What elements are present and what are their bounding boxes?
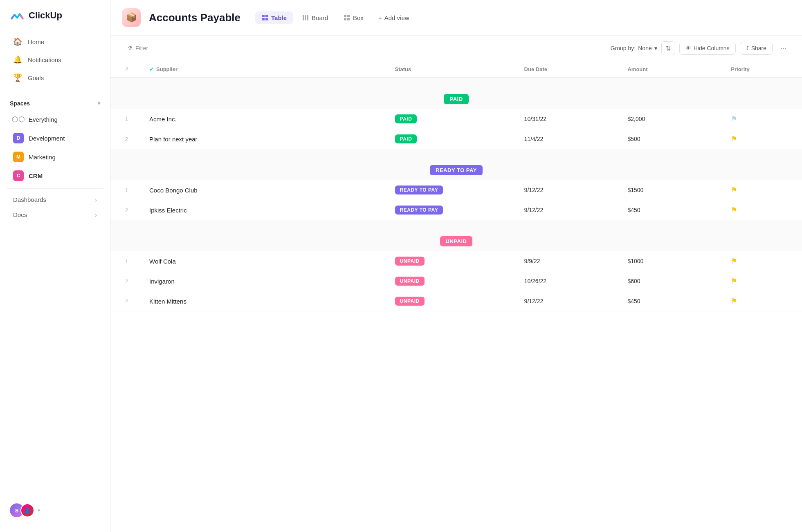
sort-button[interactable]: ⇅: [661, 41, 675, 55]
row-num: 1: [110, 180, 143, 200]
table-row[interactable]: 1 Coco Bongo Club READY TO PAY 9/12/22 $…: [110, 180, 802, 200]
add-view-button[interactable]: + Add view: [373, 11, 415, 24]
goals-icon: 🏆: [13, 73, 22, 82]
main-content: 📦 Accounts Payable Table Board: [110, 0, 802, 532]
svg-rect-10: [347, 18, 350, 20]
supplier-name: Ipkiss Electric: [149, 207, 187, 214]
group-label-paid[interactable]: PAID: [444, 94, 468, 104]
table-header: # ✓ Supplier Status Due Date Amou: [110, 61, 802, 78]
docs-label: Docs: [13, 211, 27, 218]
home-icon: 🏠: [13, 37, 22, 46]
row-due-date: 11/4/22: [518, 129, 621, 149]
row-status: UNPAID: [389, 291, 518, 311]
status-badge[interactable]: READY TO PAY: [395, 186, 443, 194]
spaces-section-header: Spaces ▾: [0, 94, 110, 110]
supplier-name: Kitten Mittens: [149, 298, 186, 305]
row-priority: ⚑: [724, 291, 802, 311]
hide-columns-icon: 👁: [685, 45, 691, 51]
nav-home-label: Home: [28, 38, 44, 45]
col-supplier[interactable]: ✓ Supplier: [143, 61, 389, 78]
filter-label: Filter: [135, 45, 148, 51]
status-badge[interactable]: PAID: [395, 134, 417, 143]
spaces-chevron-icon[interactable]: ▾: [98, 101, 100, 106]
flag-icon: ⚑: [731, 206, 737, 214]
row-status: UNPAID: [389, 251, 518, 271]
flag-icon: ⚑: [731, 115, 737, 123]
row-supplier: Wolf Cola: [143, 251, 389, 271]
supplier-name: Coco Bongo Club: [149, 187, 198, 194]
table-row[interactable]: 2 Invigaron UNPAID 10/26/22 $600 ⚑: [110, 271, 802, 291]
sidebar-development-label: Development: [29, 135, 65, 142]
row-status: UNPAID: [389, 271, 518, 291]
col-priority[interactable]: Priority: [724, 61, 802, 78]
sidebar-everything-label: Everything: [29, 116, 58, 123]
group-label-ready[interactable]: READY TO PAY: [430, 165, 483, 175]
table-row[interactable]: 2 Plan for next year PAID 11/4/22 $500 ⚑: [110, 129, 802, 149]
ellipsis-icon: ···: [780, 44, 786, 53]
group-spacer: [110, 220, 802, 231]
group-spacer: [110, 149, 802, 160]
group-by-control[interactable]: Group by: None ▾: [611, 45, 657, 51]
plus-icon: +: [378, 14, 382, 21]
row-num: 1: [110, 251, 143, 271]
avatar-chevron-icon[interactable]: ▾: [38, 507, 40, 513]
table-row[interactable]: 2 Kitten Mittens UNPAID 9/12/22 $450 ⚑: [110, 291, 802, 311]
row-num: 2: [110, 291, 143, 311]
check-icon: ✓: [149, 66, 154, 72]
row-amount: $1500: [621, 180, 724, 200]
sidebar-footer: S 👤 ▾: [0, 497, 110, 524]
table-row[interactable]: 1 Wolf Cola UNPAID 9/9/22 $1000 ⚑: [110, 251, 802, 271]
dashboards-chevron-icon: ›: [95, 196, 97, 203]
row-amount: $450: [621, 291, 724, 311]
row-supplier: Coco Bongo Club: [143, 180, 389, 200]
col-status[interactable]: Status: [389, 61, 518, 78]
bell-icon: 🔔: [13, 55, 22, 64]
svg-rect-0: [262, 15, 265, 17]
share-button[interactable]: ⤴ Share: [740, 42, 773, 55]
flag-icon: ⚑: [731, 277, 737, 285]
more-options-button[interactable]: ···: [777, 41, 791, 55]
row-priority: ⚑: [724, 180, 802, 200]
row-amount: $500: [621, 129, 724, 149]
status-badge[interactable]: READY TO PAY: [395, 206, 443, 215]
row-amount: $600: [621, 271, 724, 291]
amount-col-label: Amount: [627, 66, 647, 72]
clickup-logo-icon: [10, 8, 25, 23]
row-priority: ⚑: [724, 200, 802, 220]
status-badge[interactable]: PAID: [395, 114, 417, 123]
sidebar-item-development[interactable]: D Development: [3, 129, 107, 147]
due-date-col-label: Due Date: [524, 66, 547, 72]
row-num: 2: [110, 129, 143, 149]
sidebar-item-crm[interactable]: C CRM: [3, 167, 107, 185]
tab-box[interactable]: Box: [337, 11, 370, 24]
status-badge[interactable]: UNPAID: [395, 277, 425, 286]
svg-rect-3: [265, 18, 268, 20]
table-row[interactable]: 2 Ipkiss Electric READY TO PAY 9/12/22 $…: [110, 200, 802, 220]
nav-home[interactable]: 🏠 Home: [3, 33, 107, 50]
status-badge[interactable]: UNPAID: [395, 297, 425, 306]
row-priority: ⚑: [724, 251, 802, 271]
col-amount[interactable]: Amount: [621, 61, 724, 78]
svg-rect-4: [303, 15, 304, 20]
sidebar-item-marketing[interactable]: M Marketing: [3, 148, 107, 166]
nav-notifications[interactable]: 🔔 Notifications: [3, 51, 107, 68]
col-due-date[interactable]: Due Date: [518, 61, 621, 78]
filter-button[interactable]: ⚗ Filter: [122, 42, 154, 54]
hide-columns-button[interactable]: 👁 Hide Columns: [679, 42, 736, 55]
group-label-unpaid[interactable]: UNPAID: [440, 236, 473, 246]
tab-board[interactable]: Board: [296, 11, 335, 24]
status-badge[interactable]: UNPAID: [395, 257, 425, 266]
sidebar-item-docs[interactable]: Docs ›: [3, 208, 107, 222]
row-status: PAID: [389, 109, 518, 129]
col-num: #: [110, 61, 143, 78]
group-label-cell: PAID: [110, 89, 802, 110]
table-row[interactable]: 1 Acme Inc. PAID 10/31/22 $2,000 ⚑: [110, 109, 802, 129]
nav-goals[interactable]: 🏆 Goals: [3, 69, 107, 86]
tab-table[interactable]: Table: [255, 11, 293, 24]
row-supplier: Invigaron: [143, 271, 389, 291]
svg-rect-2: [262, 18, 265, 20]
sidebar-item-everything[interactable]: ⬡⬡ Everything: [3, 110, 107, 128]
sidebar-item-dashboards[interactable]: Dashboards ›: [3, 192, 107, 207]
toolbar-right: Group by: None ▾ ⇅ 👁 Hide Columns ⤴ Shar…: [611, 41, 791, 55]
flag-icon: ⚑: [731, 257, 737, 265]
